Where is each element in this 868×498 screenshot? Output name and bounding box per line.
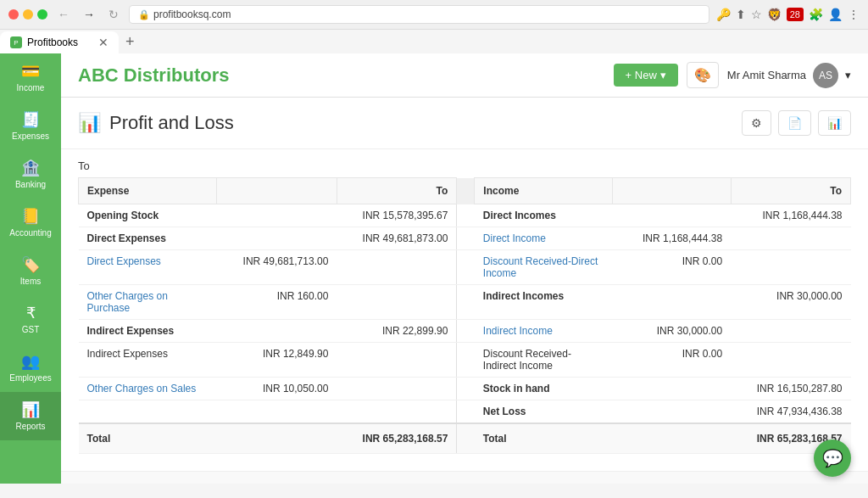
sidebar-item-banking-label: Banking [15, 180, 46, 190]
income-total-sub [613, 423, 731, 454]
sidebar-item-accounting-label: Accounting [9, 228, 51, 238]
accounting-icon: 📒 [21, 207, 40, 226]
refresh-button[interactable]: ↻ [105, 6, 122, 23]
excel-button[interactable]: 📊 [818, 110, 851, 136]
income-subamt-col-header [613, 178, 731, 204]
divider [457, 320, 475, 343]
user-info: Mr Amit Sharma AS ▾ [727, 63, 851, 88]
direct-income-link[interactable]: Direct Income [475, 227, 613, 250]
employees-icon: 👥 [21, 352, 40, 371]
sidebar-item-accounting[interactable]: 📒 Accounting [0, 199, 61, 247]
other-charges-sales-total [337, 378, 457, 400]
discount-direct-link[interactable]: Discount Received-Direct Income [475, 250, 613, 285]
other-charges-sales-sub: INR 10,050.00 [217, 378, 337, 400]
footer-generated: Generated on : 14-0... [752, 482, 851, 484]
user-name: Mr Amit Sharma [727, 69, 806, 81]
filter-icon: ⚙ [751, 116, 762, 130]
key-icon[interactable]: 🔑 [716, 8, 731, 21]
stock-in-hand-amount: INR 16,150,287.80 [731, 378, 850, 400]
indirect-income-sub: INR 30,000.00 [613, 320, 731, 343]
sidebar-item-reports-label: Reports [15, 422, 45, 432]
income-col-header: Income [475, 178, 613, 204]
sidebar-item-expenses-label: Expenses [12, 131, 49, 142]
company-name: ABC Distributors [78, 64, 229, 87]
stock-in-hand-sub [613, 378, 731, 400]
discount-direct-total [731, 250, 850, 285]
to-label: To [78, 149, 851, 177]
other-charges-purchase-sub: INR 160.00 [217, 285, 337, 320]
window-controls [8, 9, 47, 20]
ext-icon1[interactable]: 🦁 [767, 8, 782, 21]
other-charges-sales-link[interactable]: Other Charges on Sales [79, 378, 217, 400]
direct-incomes-sub [613, 204, 731, 227]
indirect-expenses-header-amount: INR 22,899.90 [337, 320, 457, 343]
user-dropdown-icon[interactable]: ▾ [845, 69, 851, 81]
close-dot[interactable] [8, 9, 19, 20]
report-footer: ABC Distributors Generated on : 14-0... [61, 471, 868, 484]
sidebar-item-items-label: Items [20, 277, 41, 287]
sidebar-item-income[interactable]: 💳 Income [0, 53, 61, 102]
direct-expenses-link-sub: INR 49,681,713.00 [217, 250, 337, 285]
profile-icon[interactable]: 👤 [828, 8, 843, 21]
table-row: Direct Expenses INR 49,681,873.00 Direct… [79, 227, 851, 250]
sidebar-item-employees-label: Employees [9, 373, 51, 383]
direct-expenses-link-total [337, 250, 457, 285]
stock-in-hand-label: Stock in hand [475, 378, 613, 400]
minimize-dot[interactable] [23, 9, 33, 20]
direct-expenses-link[interactable]: Direct Expenses [79, 250, 217, 285]
page-title: Profit and Loss [109, 112, 234, 134]
direct-income-sub: INR 1,168,444.38 [613, 227, 731, 250]
items-icon: 🏷️ [21, 255, 40, 274]
new-button[interactable]: + New ▾ [614, 64, 678, 87]
ext-icon3[interactable]: 🧩 [809, 8, 823, 21]
direct-incomes-label: Direct Incomes [475, 204, 613, 227]
browser-toolbar: 🔑 ⬆ ☆ 🦁 28 🧩 👤 ⋮ [716, 8, 860, 21]
sidebar-item-items[interactable]: 🏷️ Items [0, 247, 61, 295]
new-tab-button[interactable]: + [119, 30, 142, 53]
filter-button[interactable]: ⚙ [742, 110, 771, 136]
chat-bubble[interactable]: 💬 [814, 439, 851, 477]
other-charges-purchase-link[interactable]: Other Charges on Purchase [79, 285, 217, 320]
table-row: Indirect Expenses INR 22,899.90 Indirect… [79, 320, 851, 343]
sidebar-item-gst[interactable]: ₹ GST [0, 295, 61, 344]
active-tab[interactable]: P Profitbooks ✕ [0, 31, 119, 53]
totals-row: Total INR 65,283,168.57 Total INR 65,283… [79, 423, 851, 454]
tab-close-button[interactable]: ✕ [98, 36, 108, 49]
menu-icon[interactable]: ⋮ [848, 8, 860, 21]
divider [457, 423, 475, 454]
pdf-button[interactable]: 📄 [778, 110, 811, 136]
main-content: ABC Distributors + New ▾ 🎨 Mr Amit Sharm… [61, 53, 868, 484]
avatar-initials: AS [819, 70, 832, 81]
sidebar-item-gst-label: GST [22, 325, 40, 335]
sidebar-item-reports[interactable]: 📊 Reports [0, 392, 61, 440]
divider-col [457, 178, 475, 204]
indirect-expenses-row-label: Indirect Expenses [79, 343, 217, 378]
reports-icon: 📊 [21, 400, 40, 419]
share-icon[interactable]: ⬆ [736, 8, 746, 21]
sidebar-item-expenses[interactable]: 🧾 Expenses [0, 102, 61, 150]
excel-icon: 📊 [827, 116, 842, 130]
bookmark-icon[interactable]: ☆ [751, 8, 762, 21]
table-row: Net Loss INR 47,934,436.38 [79, 400, 851, 424]
ext-icon2[interactable]: 28 [787, 8, 804, 21]
forward-button[interactable]: → [80, 6, 98, 23]
banking-icon: 🏦 [21, 159, 40, 177]
divider [457, 285, 475, 320]
opening-stock-sub [217, 204, 337, 227]
opening-stock-label: Opening Stock [79, 204, 217, 227]
maximize-dot[interactable] [37, 9, 47, 20]
table-row: Other Charges on Sales INR 10,050.00 Sto… [79, 378, 851, 400]
empty-cell-2 [217, 400, 337, 424]
app-header: ABC Distributors + New ▾ 🎨 Mr Amit Sharm… [61, 53, 868, 98]
sidebar-item-employees[interactable]: 👥 Employees [0, 344, 61, 392]
back-button[interactable]: ← [54, 6, 73, 23]
header-right: + New ▾ 🎨 Mr Amit Sharma AS ▾ [614, 62, 851, 88]
sidebar-item-banking[interactable]: 🏦 Banking [0, 150, 61, 199]
address-bar[interactable]: 🔒 profitbooksq.com [129, 5, 709, 24]
table-row: Direct Expenses INR 49,681,713.00 Discou… [79, 250, 851, 285]
theme-button[interactable]: 🎨 [687, 62, 719, 88]
table-row: Indirect Expenses INR 12,849.90 Discount… [79, 343, 851, 378]
expense-total-amount: INR 65,283,168.57 [337, 423, 457, 454]
indirect-income-link[interactable]: Indirect Income [475, 320, 613, 343]
divider [457, 250, 475, 285]
